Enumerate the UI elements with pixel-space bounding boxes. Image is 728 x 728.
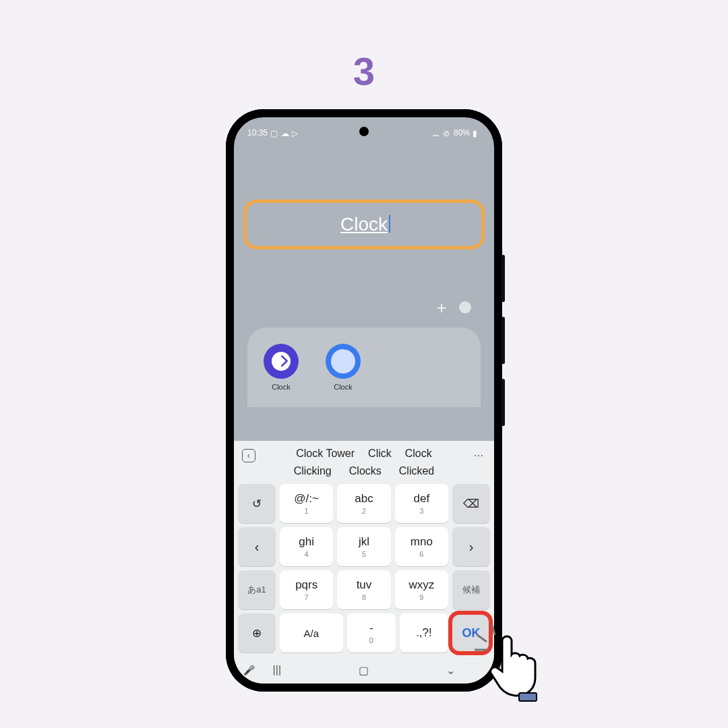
- cursor-right-key[interactable]: ›: [452, 527, 490, 566]
- suggestion-bar: ‹ Clock Tower Click Clock ⋯ Clicking Clo…: [234, 441, 494, 481]
- folder-name-highlight: Clock: [243, 200, 485, 249]
- key-9[interactable]: wxyz9: [395, 570, 448, 609]
- svg-line-0: [477, 635, 487, 642]
- back-icon[interactable]: ⌄: [446, 664, 455, 677]
- folder-name-input[interactable]: Clock: [340, 214, 388, 235]
- key-2[interactable]: abc2: [337, 484, 390, 523]
- folder-color-picker[interactable]: [459, 301, 471, 313]
- key-1[interactable]: @/:~1: [280, 484, 333, 523]
- undo-key[interactable]: ↺: [238, 484, 276, 523]
- camera-notch: [359, 127, 369, 136]
- dnd-icon: ⊘: [443, 129, 451, 137]
- key-4[interactable]: ghi4: [280, 527, 333, 566]
- step-number: 3: [353, 49, 375, 94]
- text-caret: [389, 215, 390, 233]
- key-grid: ↺ @/:~1 abc2 def3 ⌫ ‹ ghi4 jkl5 mno6 › あ…: [234, 481, 494, 657]
- phone-screen: 10:35 ▢ ☁ ▷ ⚊ ⊘ 80% ▮ Clock ＋: [234, 117, 494, 684]
- play-icon: ▷: [292, 129, 300, 137]
- folder-actions: ＋: [234, 299, 494, 315]
- add-app-icon[interactable]: ＋: [433, 299, 450, 315]
- phone-frame: 10:35 ▢ ☁ ▷ ⚊ ⊘ 80% ▮ Clock ＋: [226, 109, 502, 692]
- mode-key[interactable]: あa1: [238, 570, 276, 609]
- tap-hand-icon: [472, 620, 553, 708]
- key-3[interactable]: def3: [395, 484, 448, 523]
- suggestion-more-icon[interactable]: ⋯: [474, 450, 485, 461]
- keyboard: ‹ Clock Tower Click Clock ⋯ Clicking Clo…: [234, 441, 494, 684]
- app-item[interactable]: Clock: [322, 344, 365, 391]
- clock-google-icon: [326, 344, 361, 379]
- recents-icon[interactable]: |||: [273, 664, 281, 676]
- svg-rect-3: [519, 693, 537, 701]
- app-item[interactable]: Clock: [260, 344, 303, 391]
- key-7[interactable]: pqrs7: [280, 570, 333, 609]
- wifi-icon: ⚊: [432, 129, 440, 137]
- globe-key[interactable]: ⊕: [238, 613, 276, 653]
- key-8[interactable]: tuv8: [337, 570, 390, 609]
- case-key[interactable]: A/a: [280, 613, 343, 653]
- suggestion[interactable]: Click: [368, 448, 392, 460]
- key-5[interactable]: jkl5: [337, 527, 390, 566]
- home-icon[interactable]: ▢: [359, 664, 369, 677]
- key-6[interactable]: mno6: [395, 527, 448, 566]
- suggestion-back-icon[interactable]: ‹: [242, 449, 255, 462]
- folder-name-area: Clock: [234, 200, 494, 249]
- key-0[interactable]: -0: [347, 613, 396, 653]
- status-time: 10:35: [247, 128, 268, 138]
- suggestion[interactable]: Clicked: [399, 465, 434, 477]
- app-label: Clock: [334, 383, 353, 391]
- svg-line-2: [492, 624, 495, 635]
- candidate-key[interactable]: 候補: [452, 570, 490, 609]
- image-icon: ▢: [270, 129, 278, 137]
- battery-icon: ▮: [473, 129, 481, 137]
- punct-key[interactable]: .,?!: [400, 613, 448, 653]
- android-navbar: 🎤 ||| ▢ ⌄: [234, 657, 494, 684]
- folder-panel: Clock Clock: [247, 328, 481, 407]
- clock-samsung-icon: [264, 344, 299, 379]
- cloud-icon: ☁: [281, 129, 289, 137]
- suggestion[interactable]: Clicking: [294, 465, 332, 477]
- app-label: Clock: [272, 383, 291, 391]
- cursor-left-key[interactable]: ‹: [238, 527, 276, 566]
- suggestion[interactable]: Clock Tower: [296, 448, 355, 460]
- suggestion[interactable]: Clocks: [349, 465, 382, 477]
- battery-text: 80%: [454, 128, 470, 138]
- mic-icon[interactable]: 🎤: [243, 665, 255, 675]
- backspace-key[interactable]: ⌫: [452, 484, 490, 523]
- suggestion[interactable]: Clock: [405, 448, 432, 460]
